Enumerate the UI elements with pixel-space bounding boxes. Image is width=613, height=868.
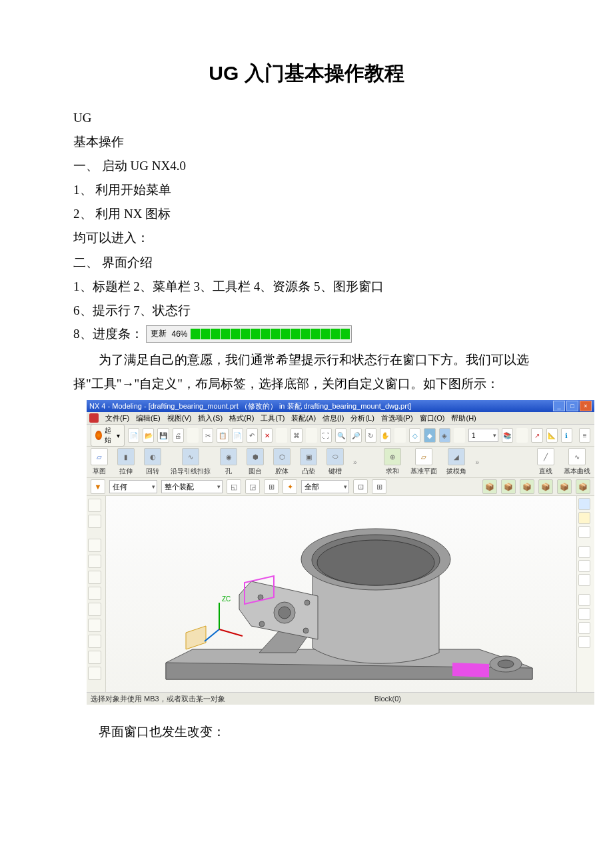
print-icon[interactable]: 🖨: [173, 428, 184, 443]
info-icon[interactable]: ℹ: [561, 428, 572, 443]
toolbar-overflow-icon[interactable]: »: [476, 459, 480, 466]
hole-button[interactable]: ◉孔: [220, 448, 237, 476]
resource-clock[interactable]: [578, 594, 590, 606]
resource-sheet[interactable]: [578, 608, 590, 620]
save-icon[interactable]: 💾: [157, 428, 169, 443]
open-file-icon[interactable]: 📂: [143, 428, 154, 443]
menu-window[interactable]: 窗口(O): [420, 413, 445, 423]
resource-people[interactable]: [578, 622, 590, 634]
asm2-icon[interactable]: 📦: [501, 479, 516, 494]
menu-file[interactable]: 文件(F): [105, 413, 129, 423]
line-icon: ╱: [537, 448, 554, 465]
sel6-icon[interactable]: ⊞: [372, 479, 386, 494]
unite-button[interactable]: ⊕求和: [384, 448, 401, 476]
separator: [394, 428, 406, 443]
sel3-icon[interactable]: ⊞: [264, 479, 279, 494]
menu-view[interactable]: 视图(V): [167, 413, 192, 423]
boss-button[interactable]: ⬢圆台: [247, 448, 264, 476]
measure-icon[interactable]: 📐: [546, 428, 558, 443]
sel1-icon[interactable]: ◱: [227, 479, 241, 494]
resource-part-nav[interactable]: [578, 512, 590, 524]
menu-help[interactable]: 帮助(H): [451, 413, 476, 423]
sel2-icon[interactable]: ◲: [245, 479, 260, 494]
toolbar-overflow-icon[interactable]: »: [353, 459, 357, 466]
fit-icon[interactable]: ⛶: [320, 428, 332, 443]
slot-button[interactable]: ⬭键槽: [326, 448, 344, 476]
sweep-button[interactable]: ∿沿导引线扫掠: [171, 448, 211, 476]
graphics-viewport[interactable]: ZC: [106, 496, 576, 692]
left-tool-plus[interactable]: [88, 651, 101, 664]
filter-scope-select[interactable]: 整个装配: [161, 480, 223, 493]
asm1-icon[interactable]: 📦: [482, 479, 497, 494]
undo-icon[interactable]: ↶: [247, 428, 258, 443]
left-tool-1[interactable]: [88, 499, 101, 512]
paste-icon[interactable]: 📄: [232, 428, 243, 443]
draft-button[interactable]: ◢拔模角: [446, 448, 466, 476]
progress-bar-cells: [191, 329, 350, 339]
start-dropdown[interactable]: 起始 ▾: [91, 424, 125, 447]
menu-prefs[interactable]: 首选项(P): [381, 413, 413, 423]
cut-icon[interactable]: ✂: [202, 428, 213, 443]
left-tool-arc[interactable]: [88, 555, 101, 568]
asm3-icon[interactable]: 📦: [520, 479, 534, 494]
resource-navigator[interactable]: [578, 498, 590, 510]
command-icon[interactable]: ⌘: [291, 428, 302, 443]
filter-icon[interactable]: ▼: [91, 479, 105, 494]
extrude-button[interactable]: ▮拉伸: [117, 448, 135, 476]
datum-plane-icon: ▱: [415, 448, 432, 465]
left-tool-trim[interactable]: [88, 667, 101, 680]
resource-help[interactable]: [578, 574, 590, 586]
layer-icon[interactable]: 📚: [502, 428, 513, 443]
close-button[interactable]: ×: [580, 401, 592, 411]
resource-history[interactable]: [578, 526, 590, 538]
filter-all-select[interactable]: 全部: [301, 480, 349, 493]
left-tool-2[interactable]: [88, 515, 101, 528]
wcs-icon[interactable]: ↗: [531, 428, 542, 443]
menu-assembly[interactable]: 装配(A): [291, 413, 316, 423]
pocket-button[interactable]: ⬡腔体: [273, 448, 291, 476]
menu-edit[interactable]: 编辑(E): [136, 413, 161, 423]
rotate-icon[interactable]: ↻: [365, 428, 376, 443]
shaded-edges-icon[interactable]: ◈: [439, 428, 450, 443]
wireframe-icon[interactable]: ◇: [409, 428, 420, 443]
left-tool-spline[interactable]: [88, 587, 101, 600]
revolve-button[interactable]: ◐回转: [144, 448, 161, 476]
maximize-button[interactable]: □: [566, 401, 578, 411]
delete-icon[interactable]: ✕: [261, 428, 273, 443]
pad-button[interactable]: ▣凸垫: [300, 448, 317, 476]
asm4-icon[interactable]: 📦: [538, 479, 553, 494]
left-tool-ellipse[interactable]: [88, 635, 101, 648]
left-tool-point[interactable]: [88, 603, 101, 616]
sel4-icon[interactable]: ✦: [283, 479, 297, 494]
left-tool-line[interactable]: [88, 539, 101, 552]
resource-ie[interactable]: [578, 546, 590, 558]
zoom-window-icon[interactable]: 🔍: [335, 428, 346, 443]
basic-curve-button[interactable]: ∿基本曲线: [564, 448, 590, 476]
filter-type-select[interactable]: 任何: [109, 480, 157, 493]
asm5-icon[interactable]: 📦: [557, 479, 572, 494]
left-tool-circle[interactable]: [88, 571, 101, 584]
resource-roles[interactable]: [578, 560, 590, 572]
asm6-icon[interactable]: 📦: [576, 479, 590, 494]
menu-format[interactable]: 格式(R): [229, 413, 254, 423]
menu-info[interactable]: 信息(I): [322, 413, 344, 423]
menu-tools[interactable]: 工具(T): [261, 413, 285, 423]
new-file-icon[interactable]: 📄: [128, 428, 139, 443]
shaded-icon[interactable]: ◆: [424, 428, 435, 443]
zoom-icon[interactable]: 🔎: [350, 428, 361, 443]
menu-insert[interactable]: 插入(S): [198, 413, 223, 423]
boss-icon: ⬢: [247, 448, 264, 465]
start-label: 起始: [105, 426, 114, 445]
left-tool-rect[interactable]: [88, 619, 101, 632]
toolbar-overflow-icon[interactable]: ≡: [579, 428, 590, 443]
line-button[interactable]: ╱直线: [537, 448, 554, 476]
resource-palette[interactable]: [578, 636, 590, 648]
minimize-button[interactable]: _: [553, 401, 565, 411]
copy-icon[interactable]: 📋: [217, 428, 228, 443]
datum-plane-button[interactable]: ▱基准平面: [410, 448, 437, 476]
menu-analysis[interactable]: 分析(L): [350, 413, 374, 423]
pan-icon[interactable]: ✋: [380, 428, 391, 443]
sketch-button[interactable]: ▱草图: [91, 448, 108, 476]
item-start-menu: 1、 利用开始菜单: [73, 178, 540, 202]
sel5-icon[interactable]: ⊡: [353, 479, 368, 494]
